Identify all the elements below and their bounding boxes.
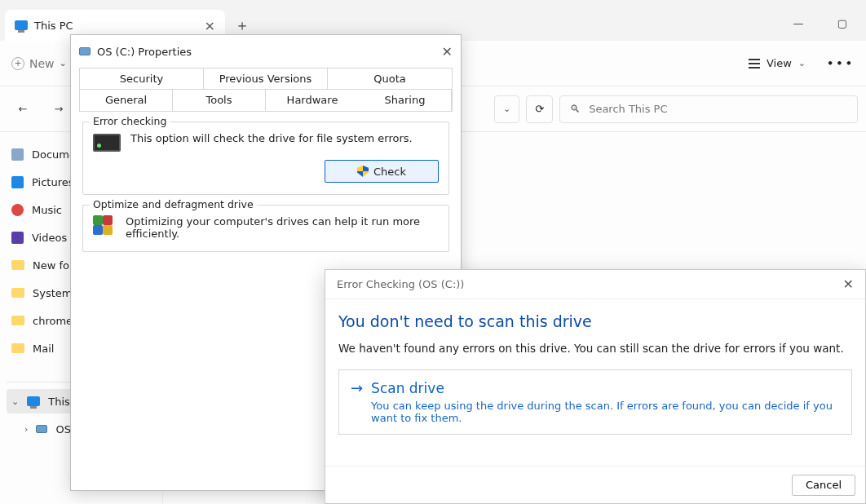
search-placeholder: Search This PC (589, 103, 667, 115)
check-button[interactable]: Check (325, 160, 439, 183)
new-menu-button[interactable]: + New ⌄ (11, 57, 67, 70)
tab-previous-versions[interactable]: Previous Versions (204, 69, 328, 90)
search-input[interactable]: 🔍︎ Search This PC (559, 95, 858, 123)
arrow-right-icon: → (351, 380, 363, 396)
tab-title: This PC (34, 20, 73, 32)
tab-label: Quota (373, 73, 406, 85)
document-icon (11, 148, 24, 161)
videos-icon (11, 232, 24, 244)
sidebar-item-label: Videos (32, 232, 67, 244)
nav-back-button[interactable]: ← (8, 95, 38, 124)
sidebar-item-label: Music (32, 204, 62, 216)
folder-icon (11, 288, 24, 298)
list-icon (749, 59, 760, 69)
group-legend: Optimize and defragment drive (90, 198, 257, 210)
refresh-button[interactable]: ⟳ (526, 95, 553, 123)
window-minimize-button[interactable]: — (780, 10, 817, 36)
tab-hardware[interactable]: Hardware (266, 90, 359, 111)
tab-quota[interactable]: Quota (328, 69, 452, 90)
drive-icon (79, 47, 91, 55)
tab-label: Sharing (385, 94, 426, 106)
close-tab-icon[interactable]: × (205, 18, 215, 33)
view-menu-button[interactable]: View ⌄ (749, 57, 806, 69)
error-checking-title: Error Checking (OS (C:)) (337, 278, 464, 290)
close-button[interactable]: ✕ (843, 276, 854, 292)
tab-label: Hardware (287, 94, 338, 106)
search-icon: 🔍︎ (570, 103, 581, 115)
properties-title-bar[interactable]: OS (C:) Properties ✕ (71, 35, 461, 68)
properties-tabs: Security Previous Versions Quota General… (79, 68, 453, 112)
music-icon (11, 204, 24, 216)
error-checking-title-bar[interactable]: Error Checking (OS (C:)) ✕ (325, 270, 865, 299)
sidebar-item-label: Pictures (32, 176, 73, 188)
scan-drive-title: Scan drive (371, 380, 840, 396)
address-dropdown[interactable]: ⌄ (494, 95, 519, 123)
close-button[interactable]: ✕ (442, 44, 453, 60)
window-maximize-button[interactable]: ▢ (824, 10, 861, 36)
properties-title: OS (C:) Properties (97, 46, 192, 58)
defrag-group: Optimize and defragment drive Optimizing… (82, 205, 449, 252)
tab-sharing[interactable]: Sharing (359, 90, 452, 111)
folder-icon (11, 316, 24, 325)
shield-icon (357, 166, 369, 177)
error-checking-dialog: Error Checking (OS (C:)) ✕ You don't nee… (325, 269, 866, 504)
sidebar-item-label: Mail (33, 343, 54, 355)
scan-drive-option[interactable]: → Scan drive You can keep using the driv… (338, 369, 852, 435)
cancel-label: Cancel (806, 479, 842, 491)
chevron-down-icon: ⌄ (60, 58, 67, 69)
check-button-label: Check (373, 166, 406, 178)
new-label: New (29, 57, 55, 70)
more-button[interactable]: ••• (827, 57, 855, 69)
refresh-icon: ⟳ (535, 103, 544, 115)
folder-icon (11, 343, 24, 353)
sidebar-item-label: chrome (33, 315, 73, 327)
group-legend: Error checking (90, 115, 170, 127)
nav-forward-button[interactable]: → (44, 95, 73, 124)
chevron-down-icon: ⌄ (503, 104, 510, 114)
tab-label: General (105, 94, 147, 106)
tab-security[interactable]: Security (80, 69, 204, 90)
pictures-icon (11, 176, 24, 188)
plus-circle-icon: + (11, 57, 24, 70)
view-label: View (767, 57, 792, 69)
tab-label: Previous Versions (219, 73, 312, 85)
hard-drive-icon (93, 134, 121, 152)
drive-icon (36, 425, 47, 433)
cancel-button[interactable]: Cancel (792, 475, 855, 496)
scan-drive-desc: You can keep using the drive during the … (371, 400, 840, 424)
chevron-right-icon: › (24, 424, 28, 435)
error-checking-group: Error checking This option will check th… (82, 122, 449, 195)
error-checking-desc: This option will check the drive for fil… (130, 132, 439, 144)
chevron-down-icon: ⌄ (798, 58, 806, 69)
defrag-desc: Optimizing your computer's drives can he… (126, 215, 439, 240)
tab-label: Security (120, 73, 163, 85)
monitor-icon (27, 396, 40, 406)
error-checking-message: We haven't found any errors on this driv… (338, 342, 852, 355)
error-checking-heading: You don't need to scan this drive (338, 312, 852, 330)
chevron-down-icon: ⌄ (11, 396, 19, 407)
monitor-icon (15, 20, 28, 30)
tab-label: Tools (205, 94, 232, 106)
defrag-icon (93, 215, 116, 238)
folder-icon (11, 260, 24, 270)
tab-tools[interactable]: Tools (173, 90, 266, 111)
tab-general[interactable]: General (80, 90, 173, 111)
